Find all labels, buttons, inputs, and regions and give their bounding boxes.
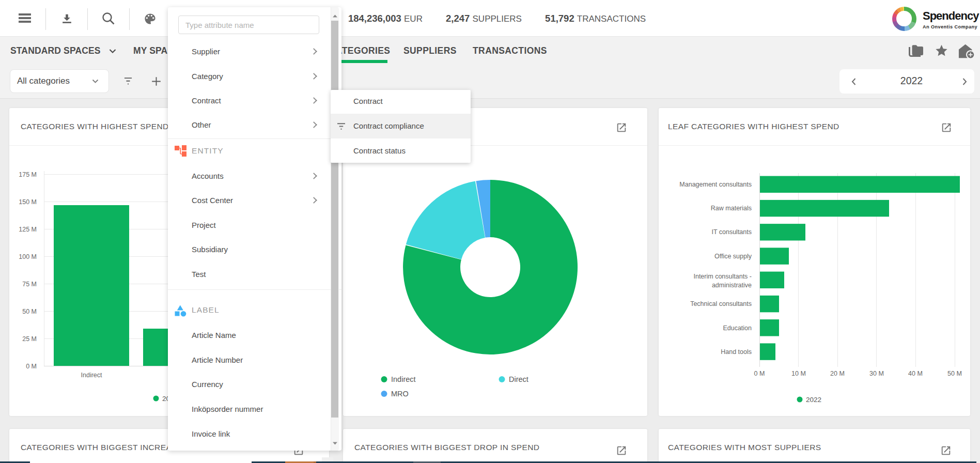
svg-text:0 M: 0 M: [754, 370, 765, 377]
svg-text:Indirect: Indirect: [391, 375, 416, 383]
svg-text:Raw materials: Raw materials: [711, 205, 752, 212]
svg-text:Technical consultants: Technical consultants: [690, 300, 752, 307]
svg-text:Interim consultants -: Interim consultants -: [693, 273, 752, 280]
svg-text:30 M: 30 M: [869, 370, 884, 377]
svg-text:IT consultants: IT consultants: [711, 228, 752, 236]
svg-text:50 M: 50 M: [22, 308, 37, 315]
svg-text:100 M: 100 M: [19, 253, 37, 260]
svg-text:Management consultants: Management consultants: [679, 181, 752, 188]
svg-text:50 M: 50 M: [947, 370, 962, 377]
svg-text:75 M: 75 M: [22, 281, 37, 288]
svg-text:10 M: 10 M: [791, 370, 806, 377]
svg-text:2022: 2022: [806, 396, 821, 404]
svg-text:Hand tools: Hand tools: [721, 348, 752, 356]
svg-text:Office supply: Office supply: [714, 253, 752, 260]
svg-text:Direct: Direct: [509, 375, 528, 383]
svg-text:administrative: administrative: [712, 282, 752, 289]
svg-text:Indirect: Indirect: [81, 372, 103, 379]
svg-text:20 M: 20 M: [830, 370, 845, 377]
svg-text:40 M: 40 M: [908, 370, 923, 377]
svg-text:MRO: MRO: [391, 390, 409, 398]
svg-text:25 M: 25 M: [22, 335, 37, 343]
svg-text:0 M: 0 M: [26, 363, 37, 370]
svg-text:Education: Education: [723, 325, 752, 332]
svg-text:175 M: 175 M: [19, 171, 37, 178]
svg-text:150 M: 150 M: [19, 198, 37, 206]
svg-text:125 M: 125 M: [19, 226, 37, 233]
